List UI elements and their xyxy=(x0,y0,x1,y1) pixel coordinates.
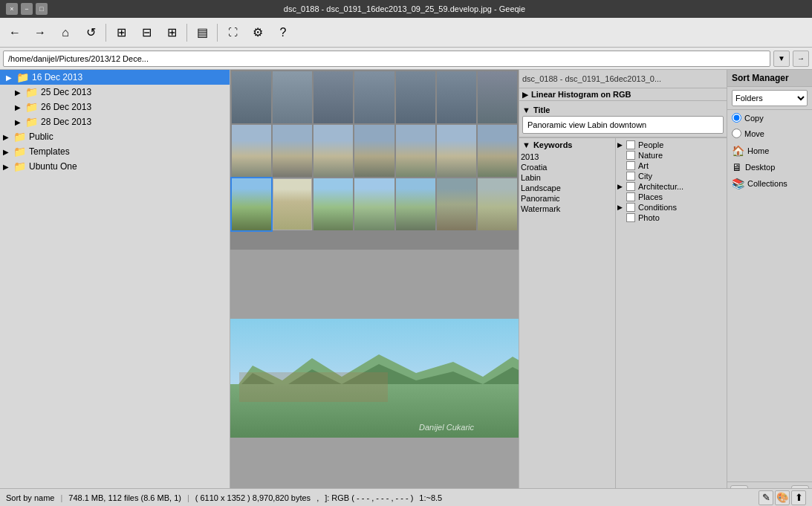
sort-copy-row: Copy xyxy=(727,110,812,126)
settings-button[interactable]: ⚙ xyxy=(246,21,270,45)
sort-copy-radio[interactable] xyxy=(732,113,741,123)
refresh-button[interactable]: ↺ xyxy=(79,21,103,45)
thumb-2-7[interactable] xyxy=(478,125,517,177)
sidebar-item-28dec[interactable]: ▶ 📁 28 Dec 2013 xyxy=(12,114,230,129)
path-go-button[interactable]: → xyxy=(793,51,809,67)
view-button[interactable]: ▤ xyxy=(190,21,214,45)
thumb-1-4[interactable] xyxy=(354,71,394,123)
kw-panoramic[interactable]: Panoramic xyxy=(519,193,615,204)
kw-check-places[interactable] xyxy=(626,192,635,201)
home-button[interactable]: ⌂ xyxy=(53,21,77,45)
color-icon[interactable]: 🎨 xyxy=(775,490,790,505)
thumb-3-7[interactable] xyxy=(478,178,517,230)
kw-tree-photo[interactable]: Photo xyxy=(617,213,725,223)
sort-dropdown[interactable]: Folders xyxy=(732,90,808,106)
kw-label-arch: Architectur... xyxy=(638,182,683,191)
kw-tree-architecture[interactable]: ▶ Architectur... xyxy=(617,181,725,192)
size-info: 748.1 MB, 112 files (8.6 MB, 1) xyxy=(68,493,181,502)
kw-2013[interactable]: 2013 xyxy=(519,152,615,162)
sidebar-item-ubuntu[interactable]: ▶ 📁 Ubuntu One xyxy=(0,159,230,174)
thumb-1-5[interactable] xyxy=(396,71,435,123)
kw-check-art[interactable] xyxy=(626,161,635,170)
kw-check-arch[interactable] xyxy=(626,182,635,191)
maximize-button[interactable]: □ xyxy=(36,3,48,15)
sort-folder-collections[interactable]: 📚 Collections xyxy=(729,175,811,192)
thumb-2-3[interactable] xyxy=(314,125,353,177)
collections-icon: 📚 xyxy=(732,178,744,189)
kw-arrow-conditions: ▶ xyxy=(617,204,626,211)
thumb-1-2[interactable] xyxy=(273,71,312,123)
path-dropdown-button[interactable]: ▼ xyxy=(773,51,790,67)
thumb-2-5[interactable] xyxy=(396,125,435,177)
histogram-toggle[interactable]: ▶ Linear Histogram on RGB xyxy=(519,88,727,100)
title-input[interactable] xyxy=(522,116,724,134)
minimize-button[interactable]: − xyxy=(21,3,33,15)
coords-info: , xyxy=(316,493,319,502)
kw-check-nature[interactable] xyxy=(626,151,635,160)
kw-label-photo: Photo xyxy=(638,213,660,222)
sort-collections-label: Collections xyxy=(747,179,787,188)
zoom-out-button[interactable]: ⊟ xyxy=(134,21,158,45)
kw-check-people[interactable] xyxy=(626,140,635,149)
kw-tree-people[interactable]: ▶ People xyxy=(617,140,725,150)
zoom-in-button[interactable]: ⊞ xyxy=(109,21,133,45)
kw-check-city[interactable] xyxy=(626,172,635,181)
sort-folder-home[interactable]: 🏠 Home xyxy=(729,143,811,159)
thumb-1-7[interactable] xyxy=(478,71,517,123)
path-input[interactable] xyxy=(3,51,770,67)
sort-label: Sort by name xyxy=(6,493,54,502)
kw-tree-nature[interactable]: Nature xyxy=(617,150,725,160)
kw-label-nature: Nature xyxy=(638,151,663,160)
titlebar: × − □ dsc_0188 - dsc_0191_16dec2013_09_2… xyxy=(0,0,812,18)
sidebar-item-16dec[interactable]: ▶ 📁 16 Dec 2013 xyxy=(0,70,230,85)
thumb-1-3[interactable] xyxy=(314,71,353,123)
kw-tree-places[interactable]: Places xyxy=(617,192,725,202)
sidebar-item-25dec[interactable]: ▶ 📁 25 Dec 2013 xyxy=(12,85,230,100)
keywords-label: Keywords xyxy=(533,140,573,149)
kw-tree-conditions[interactable]: ▶ Conditions xyxy=(617,202,725,213)
sidebar-item-public[interactable]: ▶ 📁 Public xyxy=(0,129,230,144)
back-button[interactable]: ← xyxy=(3,21,27,45)
kw-watermark[interactable]: Watermark xyxy=(519,204,615,214)
thumb-1-1[interactable] xyxy=(232,71,271,123)
help-button[interactable]: ? xyxy=(271,21,295,45)
thumb-2-2[interactable] xyxy=(273,125,312,177)
thumbnail-grid xyxy=(230,70,519,250)
kw-check-conditions[interactable] xyxy=(626,203,635,212)
thumb-2-6[interactable] xyxy=(437,125,476,177)
fit-button[interactable]: ⊞ xyxy=(160,21,183,45)
thumb-3-4[interactable] xyxy=(354,178,394,230)
close-button[interactable]: × xyxy=(6,3,18,15)
sidebar-item-templates[interactable]: ▶ 📁 Templates xyxy=(0,144,230,159)
tree-arrow-26: ▶ xyxy=(15,103,25,111)
export-icon[interactable]: ⬆ xyxy=(791,490,806,505)
sort-move-radio[interactable] xyxy=(732,129,741,138)
tree-children-dec: ▶ 📁 25 Dec 2013 ▶ 📁 26 Dec 2013 ▶ 📁 28 D… xyxy=(12,85,230,129)
fullscreen-button[interactable]: ⛶ xyxy=(221,21,244,45)
kw-tree-city[interactable]: City xyxy=(617,171,725,181)
thumb-3-3[interactable] xyxy=(314,178,353,230)
metadata-panel: dsc_0188 - dsc_0191_16dec2013_0... ▶ Lin… xyxy=(519,70,727,506)
kw-check-photo[interactable] xyxy=(626,213,635,222)
sort-folder-desktop[interactable]: 🖥 Desktop xyxy=(729,159,811,175)
kw-labin[interactable]: Labin xyxy=(519,172,615,183)
thumb-3-5[interactable] xyxy=(396,178,435,230)
thumb-2-4[interactable] xyxy=(354,125,394,177)
home-icon: 🏠 xyxy=(732,145,744,157)
edit-icon[interactable]: ✎ xyxy=(759,490,773,505)
title-header: ▼ Title xyxy=(522,104,724,116)
thumb-3-6[interactable] xyxy=(437,178,476,230)
sidebar-item-26dec[interactable]: ▶ 📁 26 Dec 2013 xyxy=(12,100,230,114)
tree-arrow-public: ▶ xyxy=(3,133,13,141)
thumb-3-1[interactable] xyxy=(232,178,271,230)
thumb-2-1[interactable] xyxy=(232,125,271,177)
rgb-info: ]: RGB ( - - - , - - - , - - - ) xyxy=(325,493,413,502)
kw-tree-art[interactable]: Art xyxy=(617,160,725,171)
toolbar: ← → ⌂ ↺ ⊞ ⊟ ⊞ ▤ ⛶ ⚙ ? xyxy=(0,18,812,48)
thumb-3-2[interactable] xyxy=(273,178,312,230)
kw-croatia[interactable]: Croatia xyxy=(519,162,615,172)
thumb-1-6[interactable] xyxy=(437,71,476,123)
forward-button[interactable]: → xyxy=(28,21,52,45)
kw-landscape[interactable]: Landscape xyxy=(519,183,615,193)
kw-label-city: City xyxy=(638,172,652,181)
